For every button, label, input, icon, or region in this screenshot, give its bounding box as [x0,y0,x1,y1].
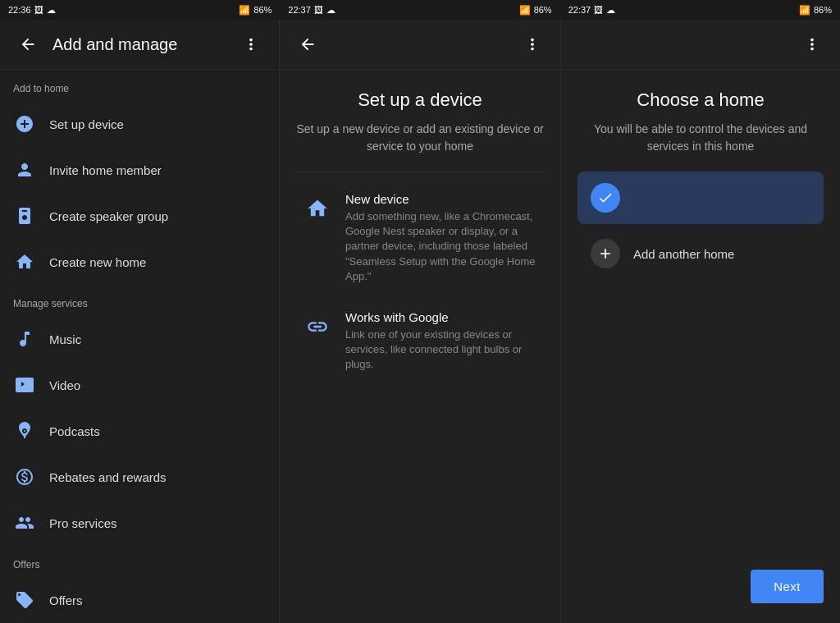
nav-label-create-new-home: Create new home [49,255,146,269]
cloud-icon-2: ☁ [326,5,336,16]
time-2: 22:37 [288,5,311,15]
wifi-icon-3: 📶 [799,5,810,16]
right-content: Choose a home You will be able to contro… [561,70,840,623]
plus-circle-icon [13,112,36,135]
add-another-home-label: Add another home [633,247,734,261]
my-home-option[interactable] [578,172,824,224]
middle-back-button[interactable] [293,30,322,59]
battery-2: 86% [534,5,552,15]
add-home-icon [591,239,620,268]
middle-header [280,20,560,70]
nav-item-pro-services[interactable]: Pro services [0,500,279,546]
left-panel: Add and manage Add to home Set up device [0,20,279,623]
new-device-label: New device [345,192,537,206]
offers-section-label: Offers [0,546,279,577]
music-icon [13,328,36,350]
nav-label-podcasts: Podcasts [49,424,100,438]
main-layout: Add and manage Add to home Set up device [0,20,840,623]
nav-label-video: Video [49,378,80,392]
nav-item-video[interactable]: Video [0,362,279,408]
wifi-icon-1: 📶 [239,5,250,16]
video-icon [13,373,36,396]
podcasts-icon [13,419,36,442]
more-options-button[interactable] [236,30,266,59]
back-button[interactable] [13,30,43,59]
status-bars: 22:36 🖼 ☁ 📶 86% 22:37 🖼 ☁ 📶 86% 22:37 🖼 … [0,0,840,20]
middle-more-button[interactable] [518,30,547,59]
works-with-google-text: Works with Google Link one of your exist… [345,310,537,373]
photo-icon-2: 🖼 [314,5,323,15]
nav-item-rebates[interactable]: Rebates and rewards [0,454,279,500]
right-panel-title: Choose a home [578,89,824,111]
rebates-icon [13,465,36,488]
new-device-description: Add something new, like a Chromecast, Go… [345,209,537,284]
nav-item-set-up-device[interactable]: Set up device [0,101,279,147]
status-bar-2: 22:37 🖼 ☁ 📶 86% [280,0,559,20]
battery-1: 86% [253,5,272,15]
pro-services-icon [13,511,36,534]
person-icon [13,158,36,181]
time-1: 22:36 [8,5,31,15]
photo-icon-1: 🖼 [34,5,43,15]
wifi-icon-2: 📶 [519,5,531,16]
left-panel-title: Add and manage [52,35,226,54]
new-device-text: New device Add something new, like a Chr… [345,192,537,284]
middle-panel-title: Set up a device [296,89,544,111]
works-with-google-label: Works with Google [345,310,537,324]
new-device-option[interactable]: New device Add something new, like a Chr… [296,179,544,297]
right-panel: Choose a home You will be able to contro… [561,20,840,623]
works-with-google-description: Link one of your existing devices or ser… [345,328,537,373]
nav-label-offers: Offers [49,593,83,607]
photo-icon-3: 🖼 [594,5,603,15]
nav-label-invite-home-member: Invite home member [49,163,162,177]
tag-icon [13,589,36,612]
status-bar-3: 22:37 🖼 ☁ 📶 86% [560,0,840,20]
manage-services-label: Manage services [0,285,279,316]
next-button[interactable]: Next [751,570,824,603]
nav-item-create-new-home[interactable]: Create new home [0,239,279,285]
cloud-icon-3: ☁ [606,5,615,16]
middle-panel: Set up a device Set up a new device or a… [279,20,561,623]
my-home-check-icon [591,183,620,213]
home-device-icon [303,194,332,223]
cloud-icon-1: ☁ [47,5,56,16]
nav-item-music[interactable]: Music [0,316,279,362]
middle-panel-subtitle: Set up a new device or add an existing d… [296,121,544,155]
status-bar-1: 22:36 🖼 ☁ 📶 86% [0,0,280,20]
nav-item-invite-home-member[interactable]: Invite home member [0,147,279,193]
speaker-icon [13,204,36,227]
nav-label-music: Music [49,332,81,346]
nav-label-create-speaker-group: Create speaker group [49,209,168,223]
nav-label-set-up-device: Set up device [49,117,124,131]
nav-item-create-speaker-group[interactable]: Create speaker group [0,193,279,239]
battery-3: 86% [814,5,832,15]
nav-label-pro-services: Pro services [49,516,117,530]
time-3: 22:37 [568,5,591,15]
left-header: Add and manage [0,20,279,70]
nav-item-offers[interactable]: Offers [0,577,279,623]
right-header [561,20,840,70]
add-to-home-label: Add to home [0,70,279,101]
works-with-google-option[interactable]: Works with Google Link one of your exist… [296,297,544,386]
home-icon [13,250,36,273]
nav-item-podcasts[interactable]: Podcasts [0,408,279,454]
divider-1 [296,172,544,172]
right-panel-subtitle: You will be able to control the devices … [578,121,824,155]
link-icon [303,312,332,341]
nav-label-rebates: Rebates and rewards [49,470,167,484]
middle-content: Set up a device Set up a new device or a… [280,70,560,623]
right-more-button[interactable] [797,30,827,59]
add-another-home-option[interactable]: Add another home [578,227,824,280]
